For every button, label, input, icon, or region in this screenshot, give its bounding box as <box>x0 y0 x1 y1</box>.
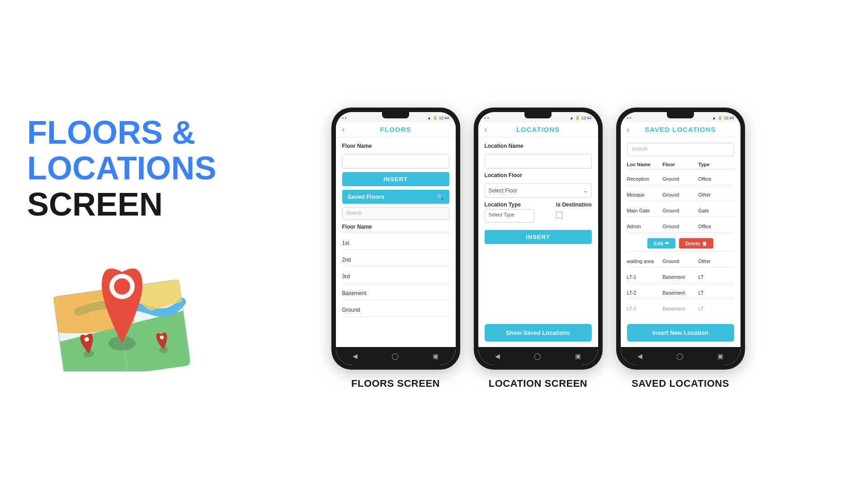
back-button-3[interactable]: ‹ <box>627 126 629 134</box>
nav-recent-icon-3[interactable]: ▣ <box>717 352 723 360</box>
floor-name-label: Floor Name <box>342 143 449 149</box>
location-floor-label: Location Floor <box>485 172 592 178</box>
floor-item-1st[interactable]: 1st <box>342 237 449 250</box>
table-row: Reception Ground Office <box>627 173 734 185</box>
floors-phone: ▪▪ ▲🔋 12:44 ‹ FLOORS Floor Name INSER <box>331 108 460 370</box>
search-placeholder: Search <box>346 210 362 216</box>
saved-title: SAVED LOCATIONS <box>645 126 716 133</box>
floor-name-input[interactable] <box>342 154 449 169</box>
phone-notch-2 <box>524 112 552 118</box>
edit-icon: ✏ <box>665 240 669 246</box>
cell-floor-waiting: Ground <box>663 258 698 264</box>
status-right-3: ▲🔋 12:44 <box>712 116 734 120</box>
floor-item-2nd[interactable]: 2nd <box>342 253 449 267</box>
cell-floor-lt1: Basement <box>663 274 698 280</box>
table-row: LT-3 Basement LT <box>627 303 734 315</box>
location-name-input[interactable] <box>485 154 592 169</box>
nav-back-icon-2[interactable]: ◀ <box>495 352 500 360</box>
select-type-dropdown[interactable]: Select Type <box>485 209 534 223</box>
nav-recent-icon-2[interactable]: ▣ <box>575 352 581 360</box>
cell-floor-admin: Ground <box>663 224 698 229</box>
floors-content: Floor Name INSERT Saved Floors 🔍 Search … <box>336 137 456 347</box>
nav-home-icon-3[interactable]: ◯ <box>676 352 684 360</box>
edit-button[interactable]: Edit ✏ <box>647 238 675 249</box>
table-row: Main Gate Ground Gate <box>627 205 734 217</box>
cell-floor-reception: Ground <box>663 176 698 182</box>
dropdown-chevron-icon: ⌄ <box>583 188 588 194</box>
floor-item-3rd[interactable]: 3rd <box>342 270 449 283</box>
cell-type-lt2: LT <box>698 290 734 296</box>
insert-new-button[interactable]: Insert New Location <box>627 324 734 342</box>
location-name-label: Location Name <box>485 143 592 149</box>
title-screen: SCREEN <box>27 187 235 222</box>
col-floor: Floor <box>663 162 698 167</box>
cell-floor-lt2: Basement <box>663 290 698 296</box>
insert-button[interactable]: INSERT <box>342 172 449 186</box>
is-destination-checkbox-container <box>556 212 562 218</box>
location-insert-button[interactable]: INSERT <box>485 230 592 244</box>
cell-type-lt1: LT <box>698 274 734 280</box>
saved-phone: ▪▪ ▲🔋 12:44 ‹ SAVED LOCATIONS Search <box>616 108 745 370</box>
cell-type-mosque: Other <box>698 192 734 197</box>
cell-type-waiting: Other <box>698 258 734 264</box>
phones-container: ▪▪ ▲🔋 12:44 ‹ FLOORS Floor Name INSER <box>235 108 841 389</box>
status-right-2: ▲🔋 12:44 <box>570 116 591 120</box>
cell-name-waiting: waiting area <box>627 258 663 264</box>
cell-name-lt1: LT-1 <box>627 274 663 280</box>
floor-item-ground[interactable]: Ground <box>342 304 449 317</box>
nav-recent-icon[interactable]: ▣ <box>433 352 439 360</box>
locations-content: Location Name Location Floor Select Floo… <box>478 137 598 347</box>
nav-home-icon[interactable]: ◯ <box>392 352 399 360</box>
table-row: LT-1 Basement LT <box>627 271 734 283</box>
saved-floors-label: Saved Floors <box>348 193 385 200</box>
svg-point-8 <box>114 278 130 295</box>
status-right: ▲🔋 12:44 <box>427 116 449 120</box>
col-loc-name: Loc Name <box>627 162 663 167</box>
delete-icon: 🗑 <box>702 241 707 246</box>
saved-screen-label: SAVED LOCATIONS <box>632 378 729 389</box>
title-floors: FLOORS & <box>27 115 235 150</box>
edit-delete-row: Edit ✏ Delete 🗑 <box>627 236 734 252</box>
destination-col: Is Destination <box>556 202 592 218</box>
floors-screen: ▪▪ ▲🔋 12:44 ‹ FLOORS Floor Name INSER <box>336 112 456 365</box>
is-destination-checkbox[interactable] <box>556 212 562 218</box>
col-type: Type <box>698 162 734 167</box>
back-button[interactable]: ‹ <box>342 126 344 134</box>
status-left: ▪▪ <box>342 116 346 120</box>
cell-floor-lt3: Basement <box>663 306 698 311</box>
nav-back-icon-3[interactable]: ◀ <box>637 352 642 360</box>
back-button-2[interactable]: ‹ <box>485 126 487 134</box>
locations-phone: ▪▪ ▲🔋 12:44 ‹ LOCATIONS Location Name Lo… <box>474 108 603 370</box>
bottom-nav-3: ◀ ◯ ▣ <box>621 347 741 365</box>
saved-floors-button[interactable]: Saved Floors 🔍 <box>342 190 449 204</box>
select-floor-dropdown[interactable]: Select Floor ⌄ <box>485 183 592 198</box>
location-type-row: Location Type Select Type Is Destination <box>485 202 592 223</box>
status-time-2: 12:44 <box>581 116 592 120</box>
floors-title: FLOORS <box>380 126 411 133</box>
saved-screen: ▪▪ ▲🔋 12:44 ‹ SAVED LOCATIONS Search <box>621 112 741 365</box>
status-time-3: 12:44 <box>724 116 734 120</box>
location-type-col: Location Type Select Type <box>485 202 552 223</box>
floor-item-basement[interactable]: Basement <box>342 287 449 300</box>
title-locations: LOCATIONS <box>27 150 235 186</box>
delete-button[interactable]: Delete 🗑 <box>679 238 713 249</box>
cell-floor-mosque: Ground <box>663 192 698 197</box>
locations-title: LOCATIONS <box>516 126 560 133</box>
map-illustration <box>27 245 235 373</box>
floors-phone-wrapper: ▪▪ ▲🔋 12:44 ‹ FLOORS Floor Name INSER <box>331 108 460 389</box>
show-saved-button[interactable]: Show Saved Locations <box>485 324 592 342</box>
floors-search-input[interactable]: Search <box>342 207 449 220</box>
status-left-3: ▪▪ <box>627 116 631 120</box>
location-type-label: Location Type <box>485 202 552 208</box>
saved-content: Search Loc Name Floor Type Reception Gro… <box>621 137 741 347</box>
search-icon: 🔍 <box>437 193 444 200</box>
cell-name-admin: Admin <box>627 224 663 229</box>
nav-back-icon[interactable]: ◀ <box>353 352 358 360</box>
floors-screen-label: FLOORS SCREEN <box>351 378 440 389</box>
nav-home-icon-2[interactable]: ◯ <box>534 352 541 360</box>
table-row: LT-2 Basement LT <box>627 287 734 299</box>
saved-search-input[interactable]: Search <box>627 143 734 156</box>
cell-name-mosque: Mosque <box>627 192 663 197</box>
table-row: Admin Ground Office <box>627 221 734 233</box>
status-time: 12:44 <box>439 116 449 120</box>
